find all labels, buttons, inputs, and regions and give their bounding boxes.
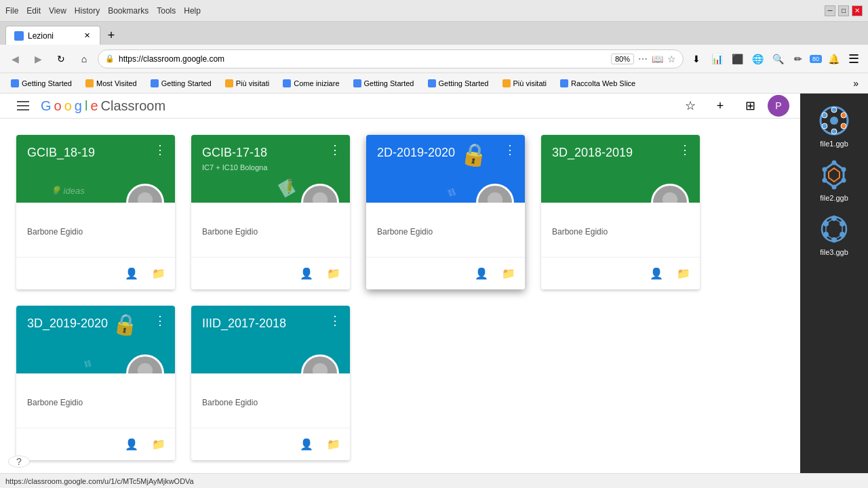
- bookmark-getting-started-3[interactable]: Getting Started: [348, 77, 420, 89]
- desktop-icon-file2[interactable]: file2.ggb: [818, 159, 850, 202]
- card-teacher-4: Barbone Egidio: [552, 227, 689, 237]
- gc-menu-button[interactable]: [11, 94, 35, 118]
- minimize-button[interactable]: ─: [825, 5, 835, 16]
- card-folder-button-5[interactable]: 📁: [148, 434, 170, 455]
- svg-point-22: [832, 161, 837, 165]
- card-title-3: 2D-2019-2020: [377, 146, 514, 161]
- card-teacher-3: Barbone Egidio: [377, 227, 514, 237]
- forward-button[interactable]: ▶: [28, 49, 47, 68]
- card-2d-2019-2020[interactable]: 2D-2019-2020 🔒 ⛓ ⋮ Barbone Egidio 👤 📁: [366, 135, 525, 289]
- browser-content: Google Classroom ☆ + ⊞ P GCIB_18-19 💡 id…: [0, 94, 800, 473]
- help-button[interactable]: ?: [8, 455, 30, 468]
- gc-star-button[interactable]: ☆: [678, 94, 703, 118]
- card-menu-button-4[interactable]: ⋮: [675, 140, 694, 159]
- menu-view: View: [49, 6, 66, 16]
- spy-icon[interactable]: 🔍: [769, 50, 787, 68]
- logo-o2: o: [64, 98, 72, 114]
- zoom-badge: 80%: [611, 54, 634, 64]
- bookmark-getting-started-1[interactable]: Getting Started: [5, 77, 77, 89]
- card-folder-button-6[interactable]: 📁: [323, 434, 344, 455]
- card-title-5: 3D_2019-2020: [27, 317, 164, 331]
- card-body-5: Barbone Egidio: [16, 373, 175, 428]
- svg-point-24: [842, 178, 846, 183]
- nav-bar: ◀ ▶ ↻ ⌂ 🔒 80% ⋯ 📖 ☆ ⬇ 📊 ⬛ 🌐 🔍 ✏ 80 🔔 ☰: [0, 45, 868, 73]
- card-profile-button-6[interactable]: 👤: [296, 434, 317, 455]
- svg-point-17: [831, 129, 837, 134]
- bookmark-label-4: Più visitati: [236, 79, 270, 87]
- bookmark-most-visited[interactable]: Most Visited: [80, 77, 142, 89]
- desktop-icon-file1[interactable]: file1.ggb: [818, 104, 850, 148]
- card-menu-button-1[interactable]: ⋮: [151, 140, 170, 159]
- bookmark-favicon-1: [11, 79, 19, 87]
- gc-add-button[interactable]: +: [708, 94, 732, 118]
- close-button[interactable]: ✕: [852, 5, 863, 16]
- bookmark-star-icon[interactable]: ☆: [667, 54, 676, 64]
- card-menu-button-5[interactable]: ⋮: [151, 311, 170, 330]
- card-title-6: IIID_2017-2018: [202, 317, 339, 331]
- menu-icon[interactable]: ☰: [845, 50, 863, 68]
- bookmark-getting-started-2[interactable]: Getting Started: [145, 77, 217, 89]
- download-icon[interactable]: ⬇: [688, 50, 705, 68]
- more-options-icon[interactable]: ⋯: [638, 54, 648, 64]
- card-profile-button-4[interactable]: 👤: [646, 263, 667, 285]
- card-profile-button-2[interactable]: 👤: [296, 263, 317, 285]
- logo-g2: g: [75, 98, 82, 114]
- bookmark-getting-started-4[interactable]: Getting Started: [422, 77, 494, 89]
- bookmark-piu-visitati-2[interactable]: Più visitati: [497, 77, 553, 89]
- logo-l: l: [85, 98, 87, 114]
- bookmark-come-iniziare[interactable]: Come iniziare: [277, 77, 344, 89]
- alert-icon[interactable]: 🔔: [825, 50, 842, 68]
- logo-e: e: [90, 98, 98, 114]
- card-profile-button-1[interactable]: 👤: [121, 263, 142, 285]
- annotate-icon[interactable]: ✏: [789, 50, 807, 68]
- gc-grid-button[interactable]: ⊞: [738, 94, 762, 118]
- card-gcib-17-18[interactable]: GCIB-17-18 IC7 + IC10 Bologna 📝 ⋮ Barbon…: [191, 135, 350, 289]
- card-header-2: GCIB-17-18 IC7 + IC10 Bologna 📝 ⋮: [191, 135, 350, 203]
- card-folder-button-3[interactable]: 📁: [498, 263, 519, 285]
- card-3d-2019-2020[interactable]: 3D_2019-2020 🔒 ⛓ ⋮ Barbone Egidio 👤 📁: [16, 306, 175, 460]
- bookmarks-more-button[interactable]: »: [849, 76, 863, 91]
- card-3d-2018-2019[interactable]: 3D_2018-2019 ⋮ Barbone Egidio 👤 📁: [541, 135, 700, 289]
- bookmark-favicon-5: [283, 79, 291, 87]
- card-body-4: Barbone Egidio: [541, 203, 700, 257]
- lock-decoration: 🔒: [459, 140, 490, 169]
- svg-point-18: [822, 123, 827, 129]
- tab-close-button[interactable]: ✕: [82, 31, 92, 41]
- card-folder-button-4[interactable]: 📁: [673, 263, 694, 285]
- card-folder-button-1[interactable]: 📁: [148, 263, 170, 285]
- reload-button[interactable]: ↻: [52, 49, 71, 68]
- card-menu-button-6[interactable]: ⋮: [326, 311, 344, 330]
- reading-list-icon[interactable]: 📊: [708, 50, 726, 68]
- tab-lezioni[interactable]: Lezioni ✕: [5, 26, 100, 45]
- gc-avatar[interactable]: P: [768, 95, 789, 117]
- menu-history: History: [75, 6, 100, 16]
- bookmark-label-5: Come iniziare: [294, 79, 339, 87]
- card-menu-button-3[interactable]: ⋮: [500, 140, 519, 159]
- bookmark-favicon-4: [225, 79, 233, 87]
- chain-decoration: ⛓: [446, 186, 457, 198]
- card-gcib-18-19[interactable]: GCIB_18-19 💡 ideas ⋮ Barbone Egidio 👤 📁: [16, 135, 175, 289]
- gc-logo: Google Classroom: [41, 98, 165, 114]
- card-iiid-2017-2018[interactable]: IIID_2017-2018 ⋮ Barbone Egidio 👤 📁: [191, 306, 350, 460]
- title-bar-label: File: [5, 6, 18, 16]
- gc-cards: GCIB_18-19 💡 ideas ⋮ Barbone Egidio 👤 📁: [0, 119, 800, 473]
- bookmark-raccolta[interactable]: Raccolta Web Slice: [555, 77, 641, 89]
- reader-mode-icon[interactable]: 📖: [652, 54, 663, 64]
- home-button[interactable]: ⌂: [75, 49, 94, 68]
- desktop-icon-file3[interactable]: file3.ggb: [818, 213, 850, 256]
- maximize-button[interactable]: □: [838, 5, 849, 16]
- container-icon[interactable]: 🌐: [749, 50, 766, 68]
- card-folder-button-2[interactable]: 📁: [323, 263, 344, 285]
- new-tab-button[interactable]: +: [102, 26, 121, 45]
- tab-bar: Lezioni ✕ +: [0, 22, 868, 45]
- url-input[interactable]: [119, 54, 607, 64]
- back-button[interactable]: ◀: [5, 49, 24, 68]
- card-menu-button-2[interactable]: ⋮: [326, 140, 344, 159]
- card-profile-button-3[interactable]: 👤: [471, 263, 492, 285]
- card-teacher-5: Barbone Egidio: [27, 398, 164, 407]
- card-profile-button-5[interactable]: 👤: [121, 434, 142, 455]
- bookmark-piu-visitati-1[interactable]: Più visitati: [220, 77, 275, 89]
- bookmark-favicon-6: [353, 79, 361, 87]
- collections-icon[interactable]: ⬛: [728, 50, 746, 68]
- svg-point-19: [822, 113, 827, 118]
